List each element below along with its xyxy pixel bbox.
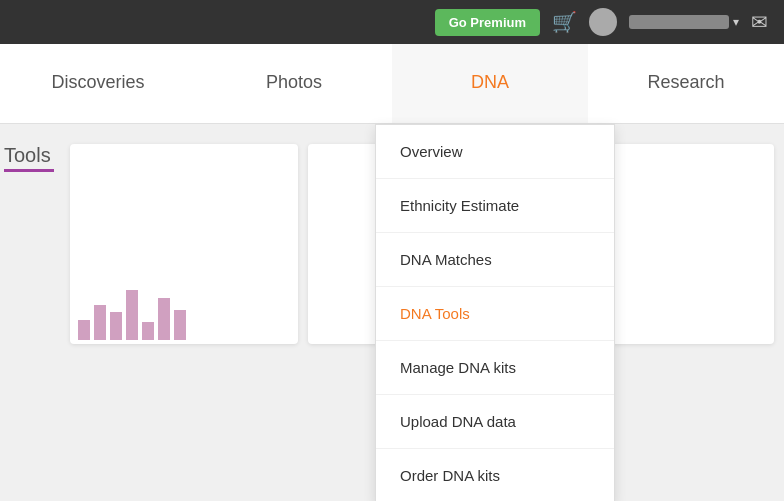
nav-item-photos[interactable]: Photos — [196, 44, 392, 123]
dropdown-item-order-dna-kits[interactable]: Order DNA kits — [376, 449, 614, 501]
bar-6 — [158, 298, 170, 340]
dropdown-item-dna-matches[interactable]: DNA Matches — [376, 233, 614, 287]
go-premium-button[interactable]: Go Premium — [435, 9, 540, 36]
chevron-down-icon[interactable]: ▾ — [733, 15, 739, 29]
dropdown-item-ethnicity-estimate[interactable]: Ethnicity Estimate — [376, 179, 614, 233]
dropdown-item-dna-tools[interactable]: DNA Tools — [376, 287, 614, 341]
cart-icon[interactable]: 🛒 — [552, 10, 577, 34]
mail-icon[interactable]: ✉ — [751, 10, 768, 34]
username-bar — [629, 15, 729, 29]
dropdown-item-upload-dna-data[interactable]: Upload DNA data — [376, 395, 614, 449]
dna-dropdown: Overview Ethnicity Estimate DNA Matches … — [375, 124, 615, 501]
nav-item-dna[interactable]: DNA — [392, 44, 588, 123]
bar-chart — [70, 284, 298, 344]
username-area: ▾ — [629, 15, 739, 29]
bar-1 — [78, 320, 90, 340]
dropdown-item-overview[interactable]: Overview — [376, 125, 614, 179]
bar-7 — [174, 310, 186, 340]
bar-4 — [126, 290, 138, 340]
nav-bar: Discoveries Photos DNA Research Overview… — [0, 44, 784, 124]
tools-underline — [4, 169, 54, 172]
left-tools-panel: Tools — [0, 124, 60, 501]
dropdown-item-manage-dna-kits[interactable]: Manage DNA kits — [376, 341, 614, 395]
top-bar: Go Premium 🛒 ▾ ✉ — [0, 0, 784, 44]
bar-5 — [142, 322, 154, 340]
nav-item-research[interactable]: Research — [588, 44, 784, 123]
tools-label: Tools — [0, 144, 60, 167]
bar-3 — [110, 312, 122, 340]
bar-2 — [94, 305, 106, 340]
avatar[interactable] — [589, 8, 617, 36]
card-left — [70, 144, 298, 344]
nav-item-discoveries[interactable]: Discoveries — [0, 44, 196, 123]
